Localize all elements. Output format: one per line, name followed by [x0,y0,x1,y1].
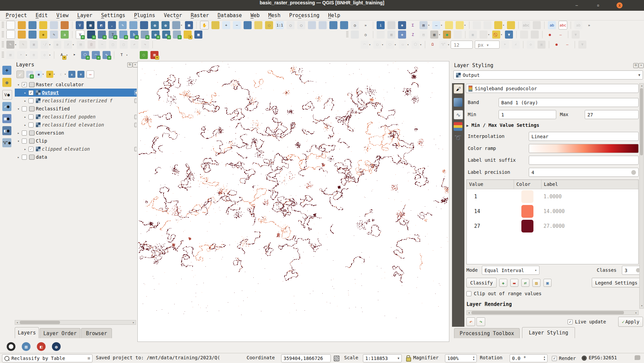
digitize-icon[interactable]: ·/ [41,41,49,49]
node-line-icon[interactable]: ∿+ [103,51,111,59]
globe-plugin-icon[interactable]: ◍ [52,342,61,351]
expand-all-icon[interactable]: ⇊ [68,71,75,78]
toolbar-overflow-icon[interactable]: » [362,21,370,29]
add-raster-layer-icon[interactable]: ▦ [86,21,94,29]
copy-features-icon[interactable]: ▢ [109,41,117,49]
pin-blue-icon[interactable]: ▼ [505,31,513,39]
dropdown-arrow-icon[interactable]: ▾ [441,23,444,27]
transparency-tab-icon[interactable] [454,98,462,107]
labels-move-icon[interactable] [533,21,541,29]
filter-expression-icon[interactable]: ε [57,71,64,78]
menu-settings[interactable]: Settings [97,11,130,20]
metasearch-icon[interactable] [7,342,15,351]
paste-features-icon[interactable]: ▢ [120,41,128,49]
scroll-right-icon[interactable]: ▸ [634,311,638,315]
dropdown-arrow-icon[interactable]: ▾ [49,53,52,57]
toolbar-grip[interactable] [2,52,4,58]
table-header-label[interactable]: Label [541,180,635,189]
layer-visibility-checkbox[interactable] [22,155,27,160]
tab-processing-toolbox[interactable]: Processing Toolbox [454,328,520,338]
tree-expander-icon[interactable]: ▸ [23,147,27,151]
checkbox-icon[interactable]: ✓ [568,319,573,324]
spin-arrows-icon[interactable]: ▲▼ [544,356,545,361]
style-undo-button[interactable]: ↶ [466,317,475,326]
layer-output[interactable]: ▸✓Output [15,89,137,97]
apply-button[interactable]: ✓ Apply [618,317,643,327]
select-features-by-area-icon[interactable] [473,21,481,29]
layer-visibility-checkbox[interactable] [28,122,34,127]
add-group-icon[interactable]: ▣+ [26,71,33,78]
change-label-icon[interactable]: Z [409,31,417,39]
layer-reclassified-popden[interactable]: ▸reclassified_popden [15,113,137,121]
new-virtual-layer-icon[interactable]: ▦ [194,31,202,39]
open-layer-styling-icon[interactable]: 🖌 [16,70,24,78]
zoom-to-layer-icon[interactable] [254,21,262,29]
menu-layer[interactable]: Layer [73,11,96,20]
red-line-icon[interactable]: — [557,31,565,39]
styling-panel-close-icon[interactable]: ✕ [639,63,644,68]
save-color-map-icon[interactable]: ▣ [543,279,552,287]
tree-expander-icon[interactable]: ▾ [16,139,21,143]
messages-bubble-icon[interactable] [635,355,640,360]
pyramids-tab-icon[interactable] [454,122,462,131]
tree-expander-icon[interactable]: ▾ [16,107,21,111]
new-pointcloud-icon[interactable]: 7+ [109,31,117,39]
select-features-icon[interactable] [387,21,395,29]
layer-visibility-checkbox[interactable] [22,106,27,111]
red-minus-icon[interactable]: — [563,41,571,49]
color-ramp-selector[interactable] [529,144,639,153]
zoom-last-icon[interactable]: ◯ [286,21,295,29]
scroll-down-icon[interactable]: ▾ [640,304,644,308]
layer-visibility-checkbox[interactable]: ✓ [22,82,27,87]
dropdown-arrow-icon[interactable]: ▾ [126,53,129,57]
close-button[interactable]: x [617,2,623,8]
menu-edit[interactable]: Edit [31,11,52,20]
osm-place-search-icon[interactable]: ◌ [140,51,148,59]
load-color-map-icon[interactable]: ▨ [532,279,540,287]
save-project-icon[interactable] [28,21,37,29]
toolbar-grip[interactable] [2,31,4,38]
gray-pin-icon[interactable]: ▼ [572,31,580,39]
menu-plugins[interactable]: Plugins [130,11,159,20]
mesh-digitize-icon[interactable]: ▦ [6,51,14,59]
tab-layers[interactable]: Layers [15,327,39,338]
new-project-icon[interactable] [6,21,15,30]
manage-visibility-icon[interactable]: ◉ [35,71,42,78]
map-tips-icon[interactable] [445,21,453,29]
add-vector-layer-icon[interactable]: V [76,21,84,29]
menu-raster[interactable]: Raster [186,11,213,20]
styling-panel-dock-icon[interactable]: ⧉ [633,63,638,68]
data-source-manager-icon[interactable]: + [2,66,11,75]
dropdown-arrow-icon[interactable]: ▾ [407,43,410,46]
dropdown-arrow-icon[interactable]: ▾ [25,53,28,57]
dropdown-arrow-icon[interactable]: ▾ [64,72,67,76]
table-row[interactable]: 1414.0000 [467,204,638,219]
layer-visibility-checkbox[interactable] [22,139,27,144]
digitize-polygon-icon[interactable]: ⬠ [411,41,420,49]
new-annotation-icon[interactable] [456,21,464,29]
maximize-button[interactable]: ▫ [595,2,601,8]
digitize-rectangle-icon[interactable]: ▭ [399,41,407,49]
new-vector-layer-icon[interactable]: V+ [76,30,84,39]
selection-box-icon[interactable]: ▣ [469,31,477,39]
dropdown-arrow-icon[interactable]: ▾ [15,43,18,46]
table-header-value[interactable]: Value [467,180,514,189]
scroll-thumb[interactable] [471,311,624,314]
dropdown-arrow-icon[interactable]: ▾ [448,43,451,46]
add-wms-icon[interactable]: ◍ [162,21,170,29]
digitize-circle-icon[interactable]: ◠ [361,41,369,49]
save-to-file-icon[interactable] [28,31,37,39]
digitize-shape-icon[interactable]: ◉ [53,41,61,49]
pointer-zoom-icon[interactable] [377,31,385,39]
digitize-oval-icon[interactable]: ⬭ [386,41,394,49]
pan-map-icon[interactable]: ✋ [200,21,209,30]
band-selector[interactable]: Band 1 (Gray) [499,98,639,107]
clock-icon[interactable]: ◷ [362,31,370,39]
new-gpx-icon[interactable]: + [119,31,127,39]
dropdown-arrow-icon[interactable]: ▾ [488,33,491,36]
new-bookmark-icon[interactable] [329,21,337,29]
layer-indicator-icon[interactable] [134,115,137,119]
tree-expander-icon[interactable]: ▸ [23,99,27,103]
dropdown-arrow-icon[interactable]: ▾ [439,33,442,36]
dropdown-arrow-icon[interactable]: ▾ [428,23,431,27]
